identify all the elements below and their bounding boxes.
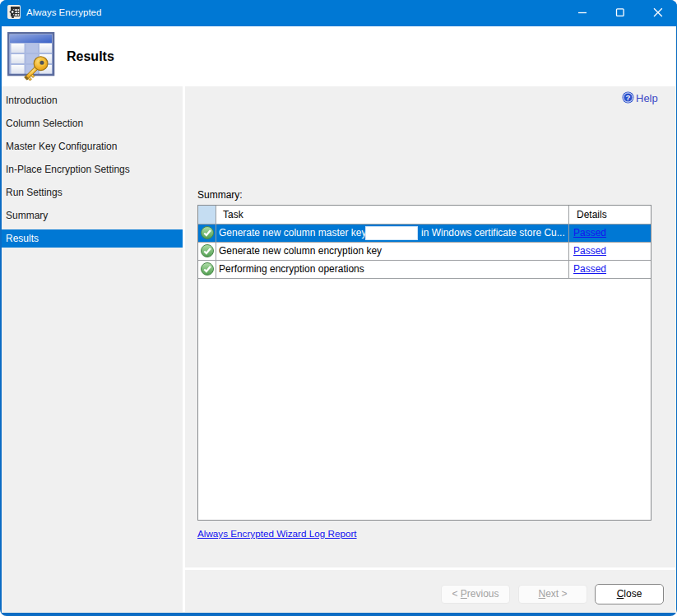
svg-text:?: ? — [626, 93, 631, 102]
